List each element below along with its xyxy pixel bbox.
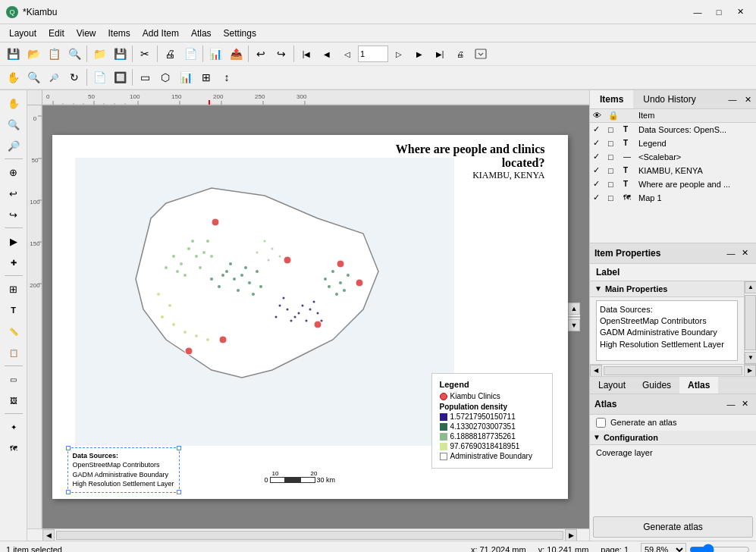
zoom-select[interactable]: 59.8% 25% 50% 75% 100% 150% (641, 543, 686, 553)
item-row-datasources[interactable]: ✓ □ T Data Sources: OpenS... (590, 123, 756, 136)
save-button[interactable]: 💾 (3, 44, 23, 64)
props-hscroll[interactable]: ◀ ▶ (590, 364, 756, 376)
lt-add-legend[interactable]: 📋 (4, 343, 24, 362)
zoom-page-tool[interactable]: 🔎 (44, 67, 64, 87)
print2-button[interactable]: 📄 (180, 44, 200, 64)
zoom-button[interactable]: 🔍 (64, 44, 84, 64)
tab-undo-history[interactable]: Undo History (633, 90, 705, 108)
menu-items[interactable]: Items (102, 27, 136, 40)
lt-add-map[interactable]: ⊞ (4, 279, 24, 299)
prev-page-button[interactable]: ◀ (317, 44, 337, 64)
lt-select[interactable]: ▶ (4, 231, 24, 251)
undo-button[interactable]: ↩ (251, 44, 271, 64)
menu-atlas[interactable]: Atlas (185, 27, 218, 40)
zoom-extent-tool[interactable]: 📄 (89, 67, 109, 87)
print3-button[interactable]: 🖨 (450, 44, 470, 64)
item-lock[interactable]: □ (608, 193, 623, 202)
select-tool[interactable]: 🔲 (110, 67, 130, 87)
item-row-legend[interactable]: ✓ □ T Legend (590, 136, 756, 150)
item-visible-check[interactable]: ✓ (593, 124, 608, 134)
props-collapse-btn[interactable]: — (724, 246, 738, 260)
props-hscroll-right[interactable]: ▶ (744, 365, 756, 377)
items-collapse-btn[interactable]: — (726, 93, 739, 106)
draw-rect-tool[interactable]: ▭ (135, 67, 155, 87)
item-lock[interactable]: □ (608, 125, 623, 134)
hscroll-left[interactable]: ◀ (42, 529, 55, 541)
menu-settings[interactable]: Settings (218, 27, 262, 40)
vscroll-down[interactable]: ▼ (568, 319, 580, 331)
lt-add-picture[interactable]: 🖼 (4, 390, 24, 410)
lt-add-shape[interactable]: ▭ (4, 369, 24, 389)
main-props-header[interactable]: ▼ Main Properties (590, 281, 744, 297)
lt-add-scalebar[interactable]: 📏 (4, 321, 24, 341)
resize-tool[interactable]: ↕ (217, 67, 237, 87)
props-scroll-down[interactable]: ▼ (745, 352, 756, 364)
hscrollbar[interactable]: ◀ ▶ (42, 529, 577, 541)
draw-poly-tool[interactable]: ⬡ (155, 67, 175, 87)
hscroll-thumb[interactable] (56, 531, 563, 540)
tab-layout[interactable]: Layout (590, 377, 634, 394)
item-visible-check[interactable]: ✓ (593, 138, 608, 148)
props-hscroll-thumb[interactable] (604, 366, 742, 375)
lt-add-text[interactable]: T (4, 300, 24, 320)
menu-layout[interactable]: Layout (3, 27, 42, 40)
vscroll-up[interactable]: ▲ (568, 303, 580, 315)
item-lock[interactable]: □ (608, 152, 623, 162)
tab-atlas[interactable]: Atlas (679, 377, 718, 394)
item-visible-check[interactable]: ✓ (593, 165, 608, 175)
next-page-button[interactable]: ▷ (389, 44, 409, 64)
lt-fwd[interactable]: ↪ (4, 205, 24, 224)
tab-guides[interactable]: Guides (634, 377, 679, 394)
export-pdf-button[interactable]: 📤 (226, 44, 246, 64)
atlas-generate-checkbox[interactable] (596, 418, 606, 428)
item-visible-check[interactable]: ✓ (593, 193, 608, 202)
item-lock[interactable]: □ (608, 180, 623, 189)
item-lock[interactable]: □ (608, 166, 623, 175)
print-button[interactable]: 🖨 (160, 44, 180, 64)
vscrollbar[interactable]: ▲ ▼ (568, 303, 580, 331)
atlas-collapse-btn[interactable]: — (724, 397, 738, 411)
item-lock[interactable]: □ (608, 139, 623, 148)
item-visible-check[interactable]: ✓ (593, 179, 608, 189)
menu-edit[interactable]: Edit (42, 27, 71, 40)
new-button[interactable]: 📋 (44, 44, 64, 64)
minimize-button[interactable]: — (688, 5, 707, 20)
page-number-input[interactable] (358, 45, 388, 62)
add-table-tool[interactable]: ⊞ (196, 67, 216, 87)
open-button[interactable]: 📂 (24, 44, 43, 64)
atlas-close-btn[interactable]: ✕ (738, 397, 751, 411)
save2-button[interactable]: 💾 (110, 44, 130, 64)
config-section-header[interactable]: ▼ Configuration (590, 431, 756, 445)
prev-page2-button[interactable]: ◁ (337, 44, 357, 64)
props-hscroll-left[interactable]: ◀ (590, 365, 602, 377)
folder-button[interactable]: 📁 (89, 44, 109, 64)
item-row-scalebar[interactable]: ✓ □ — <Scalebar> (590, 150, 756, 164)
item-row-kiambu[interactable]: ✓ □ T KIAMBU, KENYA (590, 164, 756, 177)
hscroll-right[interactable]: ▶ (565, 529, 577, 541)
lt-snap[interactable]: ✦ (4, 417, 24, 437)
maximize-button[interactable]: □ (709, 5, 729, 20)
item-visible-check[interactable]: ✓ (593, 152, 608, 162)
props-close-btn[interactable]: ✕ (738, 246, 751, 260)
menu-view[interactable]: View (71, 27, 102, 40)
first-page-button[interactable]: |◀ (296, 44, 316, 64)
items-close-btn[interactable]: ✕ (741, 93, 754, 106)
next-page2-button[interactable]: ▶ (409, 44, 429, 64)
lt-atlas2[interactable]: 🗺 (4, 438, 24, 458)
cut-button[interactable]: ✂ (135, 44, 155, 64)
atlas-btn[interactable]: 📊 (205, 44, 225, 64)
props-scroll-thumb[interactable] (745, 295, 756, 350)
pan-tool[interactable]: ✋ (3, 67, 23, 87)
zoom-in-tool[interactable]: 🔍 (24, 67, 43, 87)
refresh-tool[interactable]: ↻ (64, 67, 84, 87)
lt-node[interactable]: ✚ (4, 252, 24, 272)
lt-zoom-in[interactable]: 🔍 (4, 114, 24, 134)
last-page-button[interactable]: ▶| (430, 44, 450, 64)
close-button[interactable]: ✕ (730, 5, 750, 20)
vscroll-thumb[interactable] (568, 316, 580, 318)
lt-back[interactable]: ↩ (4, 183, 24, 203)
lt-zoom-full[interactable]: ⊕ (4, 162, 24, 182)
lt-zoom-out[interactable]: 🔎 (4, 136, 24, 155)
item-row-where[interactable]: ✓ □ T Where are people and ... (590, 177, 756, 191)
menu-add-item[interactable]: Add Item (136, 27, 185, 40)
